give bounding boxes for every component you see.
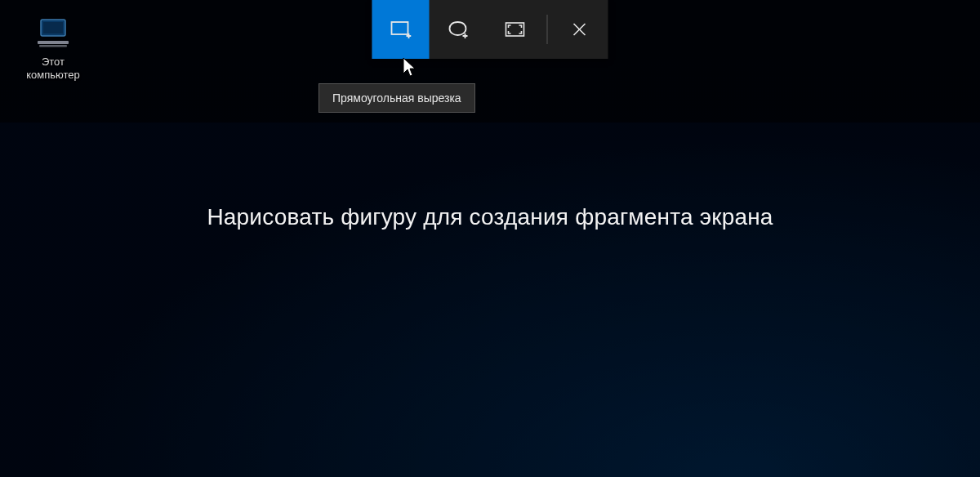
desktop-icon-label: Этот компьютер (26, 56, 80, 82)
tooltip-rectangular-snip: Прямоугольная вырезка (318, 83, 475, 113)
svg-rect-2 (38, 41, 69, 44)
fullscreen-snip-icon (505, 21, 526, 38)
svg-rect-4 (392, 22, 408, 34)
fullscreen-snip-button[interactable] (487, 0, 544, 59)
snip-instruction-text: Нарисовать фигуру для создания фрагмента… (0, 204, 980, 230)
close-icon (572, 22, 587, 37)
computer-icon (34, 18, 72, 51)
close-button[interactable] (551, 0, 608, 59)
svg-rect-3 (39, 45, 67, 47)
rectangular-snip-button[interactable] (372, 0, 430, 59)
desktop-icon-this-pc[interactable]: Этот компьютер (16, 18, 90, 82)
snip-toolbar (372, 0, 608, 59)
freeform-snip-icon (448, 20, 469, 39)
toolbar-separator (547, 15, 548, 44)
freeform-snip-button[interactable] (430, 0, 487, 59)
rectangle-snip-icon (390, 20, 412, 38)
svg-rect-1 (43, 22, 63, 33)
